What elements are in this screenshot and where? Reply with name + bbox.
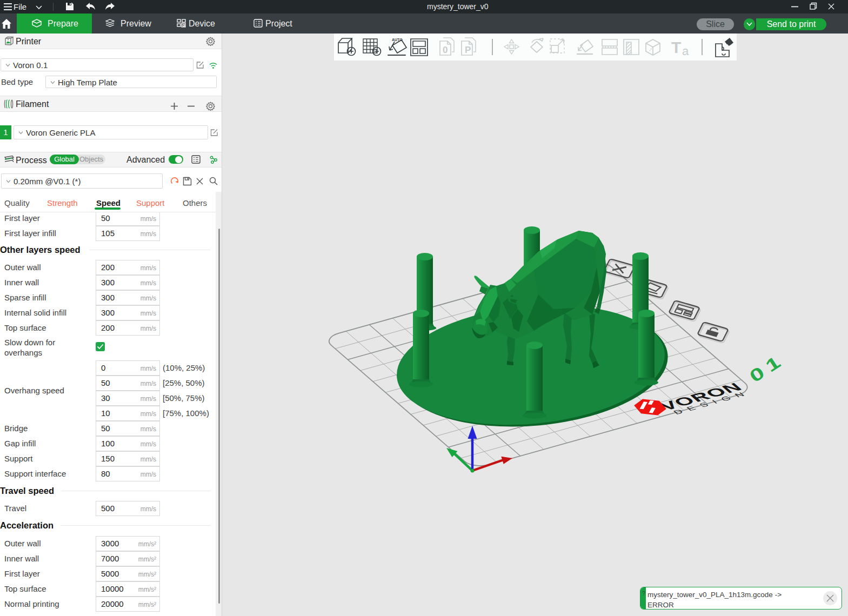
svg-text:01: 01: [746, 349, 789, 386]
